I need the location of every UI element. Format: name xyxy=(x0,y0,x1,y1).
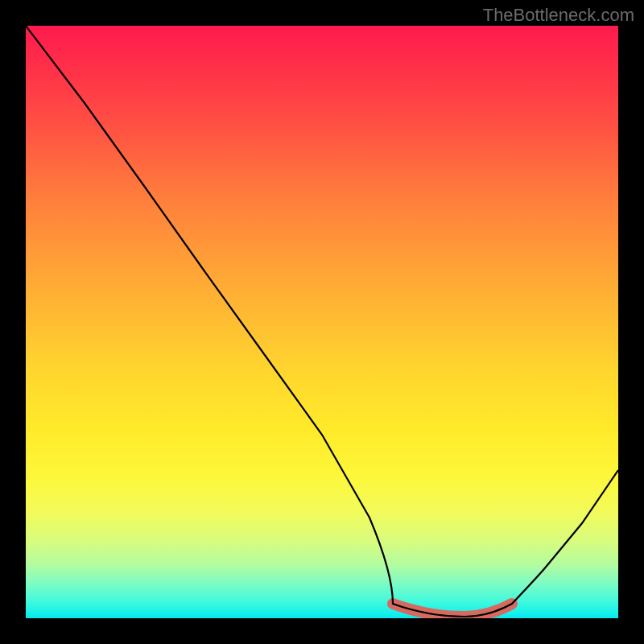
plot-area xyxy=(26,26,618,618)
bottleneck-curve xyxy=(26,26,618,617)
watermark-text: TheBottleneck.com xyxy=(483,5,634,26)
chart-svg xyxy=(26,26,618,618)
